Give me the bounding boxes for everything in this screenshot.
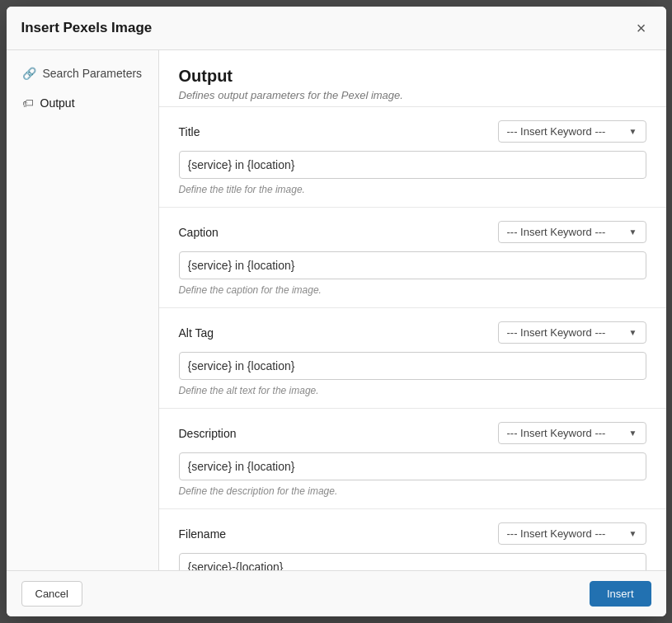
chevron-down-icon: ▼ bbox=[629, 529, 637, 538]
title-keyword-placeholder: --- Insert Keyword --- bbox=[507, 125, 606, 138]
insert-button[interactable]: Insert bbox=[590, 581, 651, 607]
sidebar-item-search-parameters[interactable]: 🔗 Search Parameters bbox=[7, 59, 158, 88]
chevron-down-icon: ▼ bbox=[629, 429, 637, 438]
title-keyword-select[interactable]: --- Insert Keyword --- ▼ bbox=[498, 120, 646, 143]
caption-input[interactable] bbox=[179, 251, 646, 279]
description-keyword-select[interactable]: --- Insert Keyword --- ▼ bbox=[498, 422, 646, 444]
sidebar-item-label: Search Parameters bbox=[43, 67, 143, 80]
title-field-group: Title --- Insert Keyword --- ▼ Define th… bbox=[159, 107, 666, 208]
filename-field-row: Filename --- Insert Keyword --- ▼ bbox=[179, 522, 646, 545]
modal-close-button[interactable]: × bbox=[632, 18, 651, 38]
main-content: Output Defines output parameters for the… bbox=[159, 50, 666, 570]
caption-field-row: Caption --- Insert Keyword --- ▼ bbox=[179, 221, 646, 243]
title-field-row: Title --- Insert Keyword --- ▼ bbox=[179, 120, 646, 143]
caption-keyword-placeholder: --- Insert Keyword --- bbox=[507, 226, 606, 238]
chevron-down-icon: ▼ bbox=[629, 227, 637, 237]
sidebar: 🔗 Search Parameters 🏷 Output bbox=[7, 50, 159, 570]
alt-tag-input[interactable] bbox=[179, 352, 646, 380]
caption-keyword-select[interactable]: --- Insert Keyword --- ▼ bbox=[498, 221, 646, 243]
filename-field-group: Filename --- Insert Keyword --- ▼ Define… bbox=[159, 509, 666, 570]
modal-title: Insert Pexels Image bbox=[21, 20, 153, 36]
filename-label: Filename bbox=[179, 527, 227, 541]
alt-tag-hint: Define the alt text for the image. bbox=[179, 385, 646, 396]
sidebar-item-output[interactable]: 🏷 Output bbox=[7, 88, 158, 118]
tag-icon: 🏷 bbox=[22, 96, 34, 110]
section-subtitle: Defines output parameters for the Pexel … bbox=[179, 89, 646, 101]
section-header: Output Defines output parameters for the… bbox=[159, 50, 666, 106]
caption-label: Caption bbox=[179, 226, 219, 239]
description-field-group: Description --- Insert Keyword --- ▼ Def… bbox=[159, 409, 666, 509]
modal-header: Insert Pexels Image × bbox=[7, 7, 666, 50]
chevron-down-icon: ▼ bbox=[629, 328, 637, 337]
description-label: Description bbox=[179, 427, 237, 440]
caption-field-group: Caption --- Insert Keyword --- ▼ Define … bbox=[159, 208, 666, 308]
alt-tag-keyword-select[interactable]: --- Insert Keyword --- ▼ bbox=[498, 321, 646, 344]
sidebar-item-label: Output bbox=[40, 96, 75, 110]
modal-footer: Cancel Insert bbox=[7, 570, 666, 616]
cancel-button[interactable]: Cancel bbox=[21, 581, 82, 607]
modal-overlay: Insert Pexels Image × 🔗 Search Parameter… bbox=[0, 0, 672, 623]
alt-tag-label: Alt Tag bbox=[179, 326, 214, 340]
alt-tag-keyword-placeholder: --- Insert Keyword --- bbox=[507, 326, 606, 339]
filename-keyword-select[interactable]: --- Insert Keyword --- ▼ bbox=[498, 522, 646, 545]
section-title: Output bbox=[179, 67, 646, 86]
description-keyword-placeholder: --- Insert Keyword --- bbox=[507, 427, 606, 439]
chevron-down-icon: ▼ bbox=[629, 127, 637, 136]
title-hint: Define the title for the image. bbox=[179, 184, 646, 195]
modal-dialog: Insert Pexels Image × 🔗 Search Parameter… bbox=[7, 7, 666, 616]
description-field-row: Description --- Insert Keyword --- ▼ bbox=[179, 422, 646, 444]
description-hint: Define the description for the image. bbox=[179, 485, 646, 497]
title-label: Title bbox=[179, 125, 200, 138]
filename-input[interactable] bbox=[179, 553, 646, 570]
caption-hint: Define the caption for the image. bbox=[179, 284, 646, 296]
link-icon: 🔗 bbox=[22, 67, 36, 80]
alt-tag-field-group: Alt Tag --- Insert Keyword --- ▼ Define … bbox=[159, 308, 666, 409]
modal-body: 🔗 Search Parameters 🏷 Output Output Defi… bbox=[7, 50, 666, 570]
form-section: Title --- Insert Keyword --- ▼ Define th… bbox=[159, 106, 666, 570]
filename-keyword-placeholder: --- Insert Keyword --- bbox=[507, 527, 606, 540]
title-input[interactable] bbox=[179, 151, 646, 179]
description-input[interactable] bbox=[179, 452, 646, 480]
alt-tag-field-row: Alt Tag --- Insert Keyword --- ▼ bbox=[179, 321, 646, 344]
